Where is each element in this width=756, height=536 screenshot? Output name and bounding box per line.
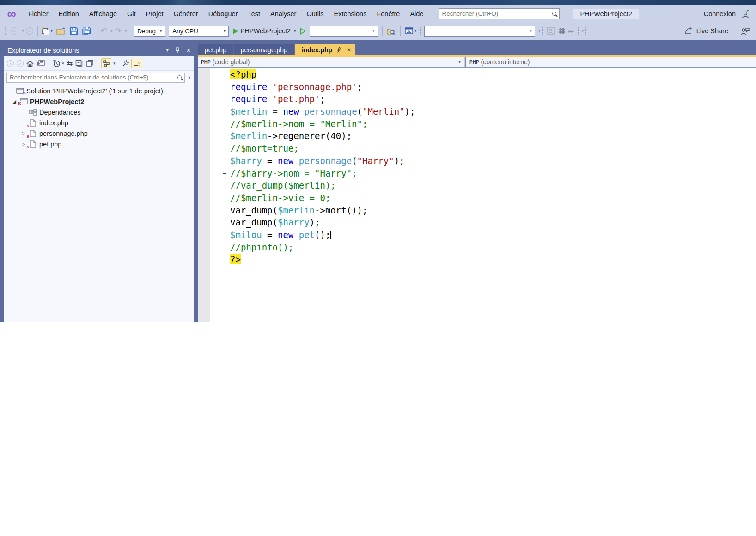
menu-outils[interactable]: Outils: [301, 5, 329, 23]
menu-edition[interactable]: Edition: [54, 5, 84, 23]
tree-item-d-pendances[interactable]: Dépendances: [4, 107, 194, 117]
menu-aide[interactable]: Aide: [405, 5, 428, 23]
explorer-search-input[interactable]: Rechercher dans Explorateur de solutions…: [6, 73, 185, 83]
document-tab-index-php[interactable]: index.php✕: [295, 44, 355, 55]
explorer-back-button[interactable]: ‹: [6, 59, 15, 68]
code-token: require: [230, 94, 267, 104]
fold-margin: [198, 155, 230, 167]
tree-item-index.php[interactable]: sindex.php: [4, 117, 194, 128]
editor-navigation-bar: PHP (code global) ▾ PHP (contenu interne…: [198, 57, 756, 68]
live-share-button[interactable]: Live Share: [696, 27, 728, 35]
tree-item-pet.php[interactable]: ▷spet.php: [4, 139, 194, 149]
navbar-scope-dropdown-icon[interactable]: ▾: [455, 60, 464, 64]
tree-item-solution-phpwebproject2-1-sur-[interactable]: ∞Solution 'PHPWebProject2' ('1 sur 1 de …: [4, 85, 194, 96]
live-share-icon[interactable]: [684, 27, 693, 35]
explorer-search-dropdown-icon[interactable]: ▾: [186, 75, 192, 80]
redo-dropdown-icon[interactable]: ▾: [125, 29, 127, 33]
code-token: );: [405, 106, 415, 116]
document-tab-personnage-php[interactable]: personnage.php: [234, 44, 294, 55]
toolbar-empty-dropdown-2[interactable]: ▾: [424, 26, 535, 37]
new-project-dropdown-icon[interactable]: ▾: [51, 29, 53, 33]
add-account-icon[interactable]: [740, 9, 750, 18]
undo-button[interactable]: ↶: [99, 25, 109, 37]
menu-fichier[interactable]: Fichier: [23, 5, 54, 23]
restore-windows-icon[interactable]: [85, 59, 95, 68]
filter-dropdown-icon[interactable]: ▾: [62, 61, 64, 66]
desktop-background: [0, 0, 756, 5]
run-target-dropdown-icon[interactable]: ▾: [294, 29, 296, 33]
navigate-back-dropdown-icon[interactable]: ▾: [22, 29, 24, 33]
menu-extensions[interactable]: Extensions: [329, 5, 372, 23]
menu-generer[interactable]: Générer: [168, 5, 203, 23]
window-position-dropdown-icon[interactable]: ▾: [163, 47, 172, 53]
menu-git[interactable]: Git: [122, 5, 141, 23]
close-tab-icon[interactable]: ✕: [347, 47, 351, 53]
configuration-dropdown[interactable]: Debug ▾: [134, 26, 165, 37]
menu-test[interactable]: Test: [243, 5, 265, 23]
navbar-member-dropdown[interactable]: PHP (contenu interne): [465, 57, 756, 67]
pending-changes-filter-icon[interactable]: ▾: [52, 59, 65, 68]
sync-with-active-document-icon[interactable]: ⇆: [66, 58, 74, 68]
fold-margin: [198, 229, 230, 241]
code-token: (: [357, 106, 362, 116]
quick-search-box[interactable]: Rechercher (Ctrl+Q): [439, 8, 560, 19]
code-token: <?php: [230, 69, 256, 79]
toolbar-grip[interactable]: [5, 27, 7, 35]
code-token: );: [394, 156, 405, 166]
code-token: 'pet.php': [273, 94, 320, 104]
code-token: $harry: [230, 156, 262, 166]
find-in-files-button[interactable]: [385, 26, 397, 36]
save-button[interactable]: [68, 26, 79, 36]
standard-toolbar: ‹ ▾ › ✶ ▾ ↶ ▾ ↷ ▾ Debug ▾ Any CPU: [0, 22, 756, 40]
undo-dropdown-icon[interactable]: ▾: [110, 29, 113, 33]
preview-selected-items-toggle[interactable]: [131, 59, 142, 68]
auto-hide-pin-icon[interactable]: [172, 47, 183, 53]
attach-debugger-icon[interactable]: [545, 26, 556, 36]
send-feedback-icon[interactable]: [740, 27, 750, 35]
code-token: =: [267, 106, 283, 116]
close-panel-icon[interactable]: ✕: [183, 47, 194, 54]
sign-in-button[interactable]: Connexion: [699, 10, 740, 18]
start-without-debugging-button[interactable]: [299, 27, 307, 36]
start-debugging-button[interactable]: PHPWebProject2 ▾: [231, 26, 297, 36]
collapse-all-icon[interactable]: [74, 59, 84, 68]
properties-wrench-icon[interactable]: [121, 59, 130, 68]
menu-deboguer[interactable]: Déboguer: [203, 5, 243, 23]
code-token: //phpinfo();: [230, 242, 293, 252]
show-all-files-toggle[interactable]: [101, 58, 111, 68]
tree-item-phpwebproject2[interactable]: ◢SPHPWebProject2: [4, 96, 194, 107]
code-line-content: $merlin = new personnage("Merlin");: [230, 105, 756, 118]
switch-views-icon[interactable]: [36, 59, 46, 68]
menu-analyser[interactable]: Analyser: [265, 5, 301, 23]
open-file-button[interactable]: [55, 26, 67, 36]
tree-item-personnage.php[interactable]: ▷spersonnage.php: [4, 128, 194, 139]
code-line-content: //$harry->nom = "Harry";: [230, 167, 756, 180]
browse-with-dropdown-icon[interactable]: ▾: [415, 29, 417, 33]
browse-with-button[interactable]: ▾: [403, 26, 418, 36]
explorer-forward-button[interactable]: ›: [16, 59, 24, 68]
show-all-files-dropdown-icon[interactable]: ▾: [113, 61, 116, 66]
platform-dropdown[interactable]: Any CPU ▾: [169, 26, 229, 37]
navbar-scope-dropdown[interactable]: PHP (code global) ▾: [198, 57, 465, 67]
menu-fenetre[interactable]: Fenêtre: [372, 5, 405, 23]
fold-margin: [198, 81, 230, 93]
save-all-button[interactable]: [80, 26, 93, 36]
php-icon: s: [28, 119, 38, 127]
navigate-forward-button[interactable]: ›: [24, 26, 35, 36]
solution-icon: ∞: [15, 87, 25, 94]
indent-arrows-icon[interactable]: ▸▸: [567, 28, 576, 35]
home-icon[interactable]: [25, 59, 35, 68]
navbar-language-badge-2: PHP: [469, 60, 479, 65]
pin-tab-icon[interactable]: [337, 47, 342, 53]
code-editor-surface[interactable]: <?phprequire 'personnage.php';require 'p…: [198, 68, 756, 322]
menu-affichage[interactable]: Affichage: [84, 5, 122, 23]
new-project-button[interactable]: ✶ ▾: [41, 26, 55, 36]
fold-margin-marker[interactable]: [198, 167, 230, 180]
toolbar-empty-dropdown-1[interactable]: ▾: [310, 26, 378, 37]
navigate-back-button[interactable]: ‹: [10, 26, 20, 36]
redo-button[interactable]: ↷: [113, 25, 123, 37]
menu-projet[interactable]: Projet: [141, 5, 169, 23]
solution-explorer-titlebar[interactable]: Explorateur de solutions ▾ ✕: [4, 44, 194, 56]
column-grid-icon[interactable]: [557, 27, 567, 35]
document-tab-pet-php[interactable]: pet.php: [198, 44, 233, 55]
